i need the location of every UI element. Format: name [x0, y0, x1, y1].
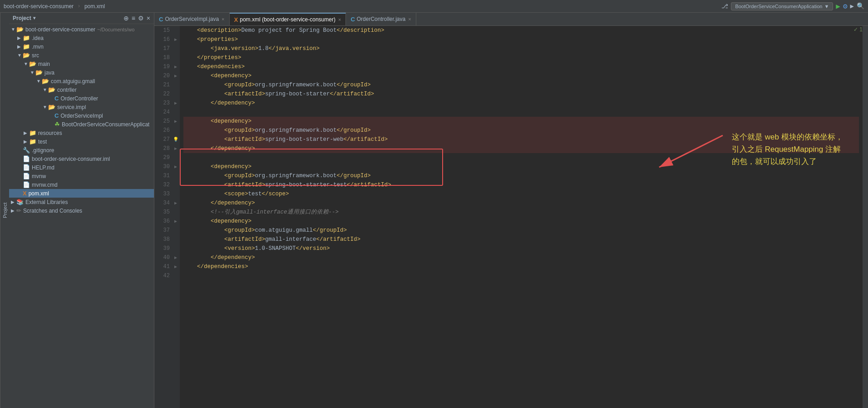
editor-content[interactable]: 1516171819202122232425262728293031323334… [154, 26, 868, 408]
sidebar-tree-item-2[interactable]: ▶📁.mvn [9, 42, 154, 51]
line-number-35: 35 [154, 208, 170, 217]
tab-close-tab3[interactable]: × [408, 16, 411, 22]
code-line-39: <version>1.0-SNAPSHOT</version> [183, 244, 859, 253]
tree-item-icon: 📂 [42, 78, 49, 85]
tab-tab1[interactable]: COrderServiceImpl.java× [154, 13, 230, 25]
tree-item-icon: 🔧 [23, 147, 30, 154]
tree-item-icon: 📂 [23, 52, 30, 59]
tree-item-icon: 📂 [48, 86, 55, 93]
sidebar-tree-item-19[interactable]: Xpom.xml [9, 189, 154, 198]
line-number-26: 26 [154, 126, 170, 135]
code-line-28: </dependency> [183, 144, 859, 153]
tree-item-icon: 📁 [23, 43, 30, 50]
line-number-17: 17 [154, 44, 170, 53]
sidebar-tree-item-8[interactable]: COrderController [9, 94, 154, 103]
sidebar-tree-item-7[interactable]: ▼📂contrller [9, 85, 154, 94]
gutter-item-38 [173, 235, 179, 244]
tree-item-arrow: ▼ [30, 70, 35, 75]
code-line-23: </dependency> [183, 99, 859, 108]
fold-icon[interactable]: ▶ [174, 255, 177, 260]
tree-item-icon: 📚 [16, 199, 24, 205]
tree-item-arrow: ▶ [17, 35, 23, 40]
tree-item-label: OrderServiceImpl [60, 113, 103, 119]
tab-icon-tab1: C [159, 16, 163, 23]
tab-close-tab2[interactable]: × [338, 17, 341, 22]
top-bar: boot-order-service-consumer › pom.xml ⎇ … [0, 0, 868, 13]
code-line-35: <!--引入gmall-interface通用接口的依赖--> [183, 208, 859, 217]
sidebar-tree-item-17[interactable]: 📄mvnw [9, 172, 154, 180]
tree-item-icon: ☘ [54, 121, 60, 128]
debug-button[interactable]: ⚙ [843, 2, 848, 11]
tree-item-icon: 📁 [29, 129, 36, 136]
code-line-15: <description>Demo project for Spring Boo… [183, 26, 859, 35]
sidebar-tree: ▼📂boot-order-service-consumer~/Documents… [9, 24, 154, 408]
tree-item-label: boot-order-service-consumer [25, 26, 95, 33]
gutter-item-40: ▶ [173, 253, 179, 262]
sidebar-tree-item-11[interactable]: ☘BootOrderServiceConsumerApplicat [9, 120, 154, 129]
bulb-icon[interactable]: 💡 [173, 137, 178, 142]
fold-icon[interactable]: ▶ [174, 200, 177, 206]
code-line-19: <dependencies> [183, 62, 859, 71]
sidebar-chevron: ▼ [33, 16, 36, 21]
sidebar-tree-item-15[interactable]: 📄boot-order-service-consumer.iml [9, 154, 154, 163]
sidebar-tree-item-18[interactable]: 📄mvnw.cmd [9, 180, 154, 189]
code-area[interactable]: <description>Demo project for Spring Boo… [180, 26, 863, 408]
sidebar-tree-item-10[interactable]: COrderServiceImpl [9, 111, 154, 120]
sidebar-tree-item-6[interactable]: ▼📂com.atguigu.gmall [9, 77, 154, 85]
tree-item-icon: ✏ [16, 207, 21, 214]
tree-item-label: com.atguigu.gmall [51, 78, 95, 85]
sidebar-tree-item-12[interactable]: ▶📁resources [9, 129, 154, 137]
hide-sidebar-button[interactable]: × [147, 15, 150, 22]
code-line-33: <scope>test</scope> [183, 189, 859, 199]
code-line-22: <artifactId>spring-boot-starter</artifac… [183, 90, 859, 99]
fold-icon[interactable]: ▶ [174, 264, 177, 269]
tree-item-arrow: ▶ [17, 44, 23, 49]
sidebar-tree-item-4[interactable]: ▼📂main [9, 60, 154, 68]
sidebar-tree-item-1[interactable]: ▶📁.idea [9, 34, 154, 42]
tab-tab3[interactable]: COrderController.java× [346, 13, 416, 25]
tree-item-arrow: ▶ [24, 130, 29, 135]
code-line-41: </dependencies> [183, 262, 859, 271]
settings-button[interactable]: ⚙ [138, 15, 144, 22]
tab-tab2[interactable]: Xpom.xml (boot-order-service-consumer)× [230, 13, 346, 25]
fold-icon[interactable]: ▶ [174, 164, 177, 169]
dropdown-arrow-icon: ▼ [824, 4, 829, 9]
locate-file-button[interactable]: ⊕ [123, 15, 129, 22]
pom-xml-label: pom.xml [84, 3, 105, 10]
code-line-25: <dependency> [183, 117, 859, 126]
tab-close-tab1[interactable]: × [222, 16, 224, 22]
sidebar-tree-item-9[interactable]: ▼📂service.impl [9, 103, 154, 111]
sidebar-tree-item-20[interactable]: ▶📚External Libraries [9, 198, 154, 206]
gutter-item-22 [173, 90, 179, 99]
tree-item-icon: 📂 [35, 69, 43, 76]
sidebar-tree-item-16[interactable]: 📄HELP.md [9, 163, 154, 172]
collapse-all-button[interactable]: ≡ [132, 15, 135, 22]
line-number-28: 28 [154, 144, 170, 153]
sidebar-tree-item-3[interactable]: ▼📂src [9, 51, 154, 60]
sidebar-tree-item-5[interactable]: ▼📂java [9, 68, 154, 77]
run-config-selector[interactable]: BootOrderServiceConsumerApplication ▼ [731, 2, 833, 10]
tree-item-label: External Libraries [25, 199, 68, 205]
tree-item-icon: 📄 [23, 164, 30, 171]
tree-item-label: main [38, 61, 50, 67]
fold-icon[interactable]: ▶ [174, 146, 177, 151]
sidebar-tree-item-14[interactable]: 🔧.gitignore [9, 146, 154, 154]
fold-icon[interactable]: ▶ [174, 64, 177, 70]
gutter-item-15 [173, 26, 179, 35]
line-number-36: 36 [154, 217, 170, 226]
gutter-item-27: 💡 [173, 135, 179, 144]
sidebar-tree-item-0[interactable]: ▼📂boot-order-service-consumer~/Documents… [9, 25, 154, 34]
gutter-item-25: ▶ [173, 117, 179, 126]
gutter-item-31 [173, 171, 179, 180]
fold-icon[interactable]: ▶ [174, 119, 177, 124]
run-button[interactable]: ▶ [836, 2, 840, 11]
sidebar-tree-item-21[interactable]: ▶✏Scratches and Consoles [9, 206, 154, 215]
fold-icon[interactable]: ▶ [174, 37, 177, 42]
coverage-button[interactable]: ▶ [850, 2, 854, 10]
search-everywhere-button[interactable]: 🔍 [857, 2, 864, 10]
sidebar-tree-item-13[interactable]: ▶📁test [9, 137, 154, 146]
fold-icon[interactable]: ▶ [174, 219, 177, 224]
fold-icon[interactable]: ▶ [174, 100, 177, 106]
fold-icon[interactable]: ▶ [174, 73, 177, 79]
line-number-42: 42 [154, 271, 170, 280]
